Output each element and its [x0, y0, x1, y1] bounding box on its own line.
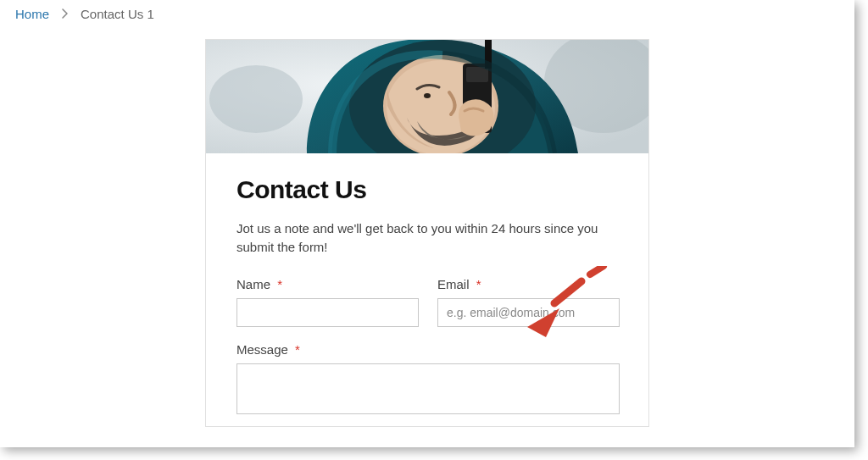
- breadcrumb: Home Contact Us 1: [0, 0, 854, 21]
- chevron-right-icon: [61, 8, 69, 21]
- contact-card: Contact Us Jot us a note and we'll get b…: [205, 39, 649, 427]
- svg-point-6: [424, 93, 431, 98]
- card-body: Contact Us Jot us a note and we'll get b…: [206, 153, 648, 418]
- name-input[interactable]: [236, 298, 419, 327]
- required-marker: *: [277, 277, 282, 291]
- email-label: Email *: [437, 277, 620, 291]
- field-message: Message *: [236, 342, 618, 418]
- svg-rect-8: [466, 67, 488, 82]
- message-textarea[interactable]: [236, 363, 620, 414]
- name-label-text: Name: [236, 277, 270, 291]
- required-marker: *: [295, 342, 300, 357]
- name-label: Name *: [236, 277, 419, 291]
- email-label-text: Email: [437, 277, 470, 291]
- field-email: Email *: [437, 277, 620, 327]
- field-name: Name *: [236, 277, 419, 327]
- message-label: Message *: [236, 342, 618, 357]
- page-title: Contact Us: [236, 175, 618, 204]
- required-marker: *: [476, 277, 481, 291]
- page-subtitle: Jot us a note and we'll get back to you …: [236, 219, 618, 257]
- page-container: Home Contact Us 1: [0, 0, 854, 447]
- message-label-text: Message: [236, 342, 288, 357]
- breadcrumb-home-link[interactable]: Home: [15, 7, 49, 21]
- svg-point-1: [209, 65, 303, 133]
- email-input[interactable]: [437, 298, 620, 327]
- hero-image: [206, 40, 648, 153]
- form-row-name-email: Name * Email *: [236, 277, 618, 327]
- breadcrumb-current: Contact Us 1: [81, 7, 154, 21]
